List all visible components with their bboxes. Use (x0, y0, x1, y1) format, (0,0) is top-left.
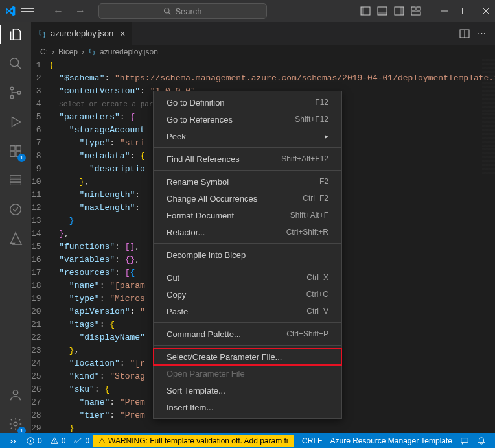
context-menu-item[interactable]: CopyCtrl+C (154, 286, 341, 303)
svg-rect-7 (400, 7, 404, 15)
search-input[interactable]: Search (98, 3, 267, 19)
breadcrumb[interactable]: C:› Bicep› azuredeploy.json (31, 45, 495, 59)
context-menu-item[interactable]: CutCtrl+X (154, 269, 341, 286)
layout-panel-icon[interactable] (377, 6, 387, 16)
svg-point-0 (165, 8, 170, 14)
svg-rect-23 (16, 146, 21, 150)
hamburger-menu-icon[interactable] (21, 8, 34, 14)
explorer-icon[interactable] (8, 27, 23, 43)
context-menu: Go to DefinitionF12Go to ReferencesShift… (153, 91, 342, 419)
context-menu-item[interactable]: Command Palette...Ctrl+Shift+P (154, 325, 341, 342)
run-debug-icon[interactable] (8, 115, 23, 131)
context-menu-item[interactable]: Peek▸ (154, 128, 341, 145)
extensions-icon[interactable]: 1 (8, 144, 23, 160)
layout-custom-icon[interactable] (411, 6, 421, 16)
minimap[interactable] (482, 59, 495, 176)
vscode-logo-icon (5, 6, 16, 16)
context-menu-item[interactable]: Select/Create Parameter File... (154, 348, 341, 365)
context-menu-item[interactable]: Rename SymbolF2 (154, 173, 341, 190)
svg-point-19 (17, 91, 21, 95)
remote-icon[interactable] (5, 436, 22, 445)
activity-bar: 1 1 (0, 22, 31, 433)
accounts-icon[interactable] (8, 388, 23, 404)
feedback-icon[interactable] (456, 436, 473, 445)
svg-rect-20 (10, 146, 15, 150)
search-icon (163, 7, 171, 15)
svg-rect-10 (411, 12, 420, 15)
testing-icon[interactable] (8, 202, 23, 218)
context-menu-item[interactable]: Go to DefinitionF12 (154, 94, 341, 111)
svg-rect-3 (361, 7, 364, 15)
minimize-icon[interactable] (441, 7, 448, 15)
svg-point-36 (54, 442, 54, 443)
close-icon[interactable] (482, 7, 490, 15)
svg-line-16 (17, 65, 21, 69)
nav-back-icon[interactable]: ← (53, 5, 63, 17)
status-errors[interactable]: 0 (22, 436, 46, 445)
svg-point-15 (10, 58, 19, 67)
context-menu-item[interactable]: Find All ReferencesShift+Alt+F12 (154, 150, 341, 167)
tab-azuredeploy[interactable]: azuredeploy.json × (31, 22, 133, 45)
nav-forward-icon[interactable]: → (75, 5, 86, 17)
status-ports[interactable]: 0 (69, 436, 93, 445)
svg-rect-9 (417, 7, 420, 10)
svg-point-29 (14, 422, 17, 426)
breadcrumb-seg[interactable]: Bicep (58, 47, 78, 56)
search-sidebar-icon[interactable] (8, 56, 23, 73)
arm-template-icon[interactable] (8, 173, 23, 189)
layout-sidebar-right-icon[interactable] (394, 6, 404, 16)
svg-point-17 (10, 87, 14, 90)
svg-rect-26 (10, 183, 21, 185)
context-menu-item[interactable]: PasteCtrl+V (154, 303, 341, 320)
tab-label: azuredeploy.json (51, 29, 113, 38)
notifications-icon[interactable] (473, 436, 490, 445)
search-placeholder: Search (175, 6, 201, 16)
svg-rect-8 (411, 7, 415, 10)
layout-sidebar-left-icon[interactable] (360, 6, 371, 16)
svg-rect-25 (10, 179, 21, 182)
line-gutter: 1 2 3 4 5 6 7 8 9 10 11 12 13 14 15 16 1… (31, 59, 49, 433)
svg-point-37 (75, 441, 77, 443)
status-warnings[interactable]: 0 (46, 436, 70, 445)
svg-rect-24 (10, 176, 21, 178)
svg-rect-38 (461, 438, 468, 442)
svg-point-18 (10, 95, 14, 99)
context-menu-item[interactable]: Change All OccurrencesCtrl+F2 (154, 190, 341, 207)
azure-icon[interactable] (8, 231, 23, 248)
more-actions-icon[interactable]: ⋯ (478, 29, 486, 38)
title-bar: ← → Search (0, 0, 495, 22)
svg-rect-12 (463, 8, 468, 14)
context-menu-item[interactable]: Format DocumentShift+Alt+F (154, 207, 341, 224)
context-menu-item[interactable]: Go to ReferencesShift+F12 (154, 111, 341, 128)
status-template-warning[interactable]: ⚠ WARNING: Full template validation off.… (93, 435, 293, 447)
maximize-icon[interactable] (461, 7, 469, 15)
tab-close-icon[interactable]: × (120, 29, 125, 39)
status-bar: 0 0 0 ⚠ WARNING: Full template validatio… (0, 433, 495, 448)
context-menu-item[interactable]: Insert Item... (154, 399, 341, 416)
json-file-icon (38, 29, 47, 38)
source-control-icon[interactable] (8, 86, 23, 102)
svg-point-28 (13, 390, 17, 395)
json-file-icon (88, 48, 96, 56)
svg-line-1 (169, 12, 171, 14)
settings-gear-icon[interactable]: 1 (8, 417, 23, 433)
breadcrumb-seg[interactable]: C: (40, 47, 48, 56)
status-language[interactable]: Azure Resource Manager Template (326, 436, 456, 445)
tab-row: azuredeploy.json × ⋯ (31, 22, 495, 45)
svg-rect-5 (378, 12, 387, 15)
context-menu-item[interactable]: Decompile into Bicep (154, 246, 341, 263)
svg-point-27 (10, 204, 21, 215)
svg-rect-21 (10, 152, 15, 156)
context-menu-item[interactable]: Sort Template... (154, 382, 341, 399)
context-menu-item[interactable]: Refactor...Ctrl+Shift+R (154, 224, 341, 241)
breadcrumb-seg[interactable]: azuredeploy.json (100, 47, 158, 56)
split-editor-icon[interactable] (459, 29, 470, 39)
context-menu-item: Open Parameter File (154, 365, 341, 382)
status-eol[interactable]: CRLF (298, 436, 326, 445)
